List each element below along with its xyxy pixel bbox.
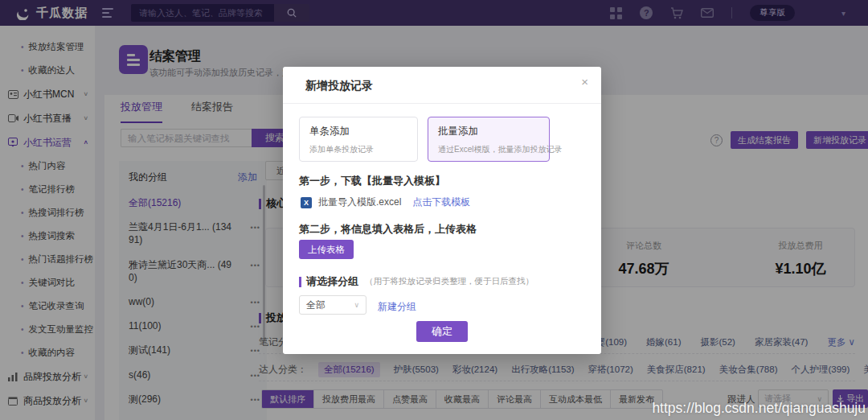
add-mode-options: 单条添加 添加单条投放记录 批量添加 通过Excel模版，批量添加投放记录 [299,117,550,162]
section-accent-bar [299,277,301,287]
watermark: https://blog.csdn.net/qianguashuju [652,400,866,417]
group-select-label: 请选择分组 [306,274,358,289]
close-icon[interactable]: × [581,75,588,89]
app-root: 千瓜数据 ? 尊享版 ▾ 投放结案管理 [0,0,868,420]
step2-text: 第二步，将信息填入表格后，上传表格 [299,222,477,237]
excel-file-icon: X [301,197,312,208]
new-group-link[interactable]: 新建分组 [378,300,416,314]
add-record-modal: 新增投放记录 × 单条添加 添加单条投放记录 批量添加 通过Excel模版，批量… [283,67,601,354]
download-template-link[interactable]: 点击下载模板 [412,196,470,209]
template-file-name: 批量导入模版.excel [318,196,401,209]
chevron-down-icon: ∨ [354,301,359,309]
option-batch-add[interactable]: 批量添加 通过Excel模版，批量添加投放记录 [428,117,550,162]
group-select-note: （用于将投放记录归类整理，便于日后查找） [365,276,534,287]
option-single-add[interactable]: 单条添加 添加单条投放记录 [299,117,418,162]
group-select-section: 请选择分组 （用于将投放记录归类整理，便于日后查找） [299,274,534,289]
group-select-dropdown[interactable]: 全部 ∨ [299,295,366,315]
confirm-button[interactable]: 确定 [416,321,468,342]
modal-title: 新增投放记录 [305,79,373,93]
template-file-row: X 批量导入模版.excel 点击下载模板 [301,196,470,209]
modal-divider [283,103,601,104]
step1-text: 第一步，下载【批量导入模板】 [299,174,445,188]
upload-table-button[interactable]: 上传表格 [299,240,354,259]
